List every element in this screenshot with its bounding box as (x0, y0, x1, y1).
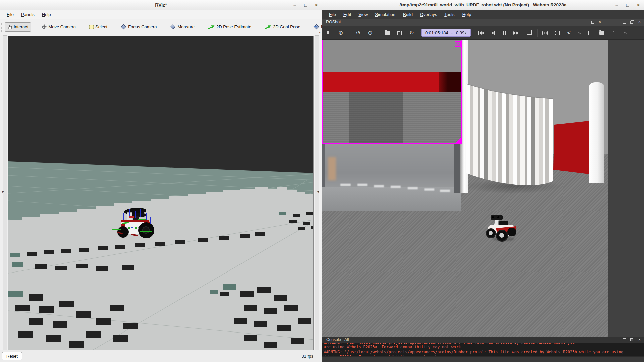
minimize-icon[interactable]: – (614, 0, 620, 10)
open-file-icon[interactable] (599, 31, 604, 35)
overflow-menu-icon[interactable]: ... (615, 20, 618, 24)
tool-2d-goal-pose[interactable]: 2D Goal Pose (262, 22, 303, 32)
close-icon[interactable]: × (599, 20, 601, 24)
new-file-icon[interactable] (588, 31, 592, 35)
rviz-robot-model (119, 207, 155, 238)
white-pillar (589, 82, 604, 183)
rviz-statusbar: Reset 31 fps (0, 350, 322, 362)
robot-window-tabbar: ROSbot × ... × (322, 19, 644, 26)
sim-speed: 0.99x (456, 30, 467, 35)
building-interior (322, 144, 461, 211)
rewind-button[interactable] (478, 31, 484, 35)
rviz-titlebar[interactable]: RViz* – □ × (0, 0, 322, 10)
webots-3d-viewport[interactable]: × (322, 40, 608, 337)
menu-view[interactable]: View (355, 11, 371, 18)
tool-select[interactable]: Select (87, 22, 110, 32)
tool-2d-pose-estimate[interactable]: 2D Pose Estimate (205, 22, 254, 32)
tool-focus-camera[interactable]: Focus Camera (118, 22, 159, 32)
rviz-menubar: File Panels Help (0, 10, 322, 19)
toolbar-drag-handle[interactable] (1, 22, 2, 32)
obstacle-cells (10, 253, 20, 257)
hand-icon (7, 24, 12, 29)
striped-cylinder (466, 82, 553, 194)
rviz-window-title: RViz* (155, 2, 167, 8)
rviz-3d-viewport[interactable] (8, 36, 314, 350)
tool-interact[interactable]: Interact (5, 22, 31, 32)
step-button[interactable] (492, 31, 495, 35)
obstacle-cells (8, 291, 23, 297)
webots-window-title: /tmp/tmp2r91mr0i_world_with_URDF_robot.w… (399, 2, 566, 7)
tab-rosbot[interactable]: ROSbot (326, 20, 341, 24)
center-target-icon[interactable]: ⊙ (368, 29, 373, 36)
menu-tools[interactable]: Tools (441, 11, 458, 18)
expand-right-panel-icon[interactable]: ◂ (317, 189, 319, 194)
toggle-rendering-icon[interactable] (526, 31, 530, 35)
tool-measure[interactable]: Measure (167, 22, 197, 32)
chevron-right-icon[interactable]: » (578, 29, 581, 36)
close-icon[interactable]: × (638, 20, 641, 24)
record-movie-icon[interactable] (555, 31, 560, 35)
menu-help[interactable]: Help (459, 11, 474, 18)
float-window-icon[interactable] (591, 21, 594, 24)
webots-window: /tmp/tmp2r91mr0i_world_with_URDF_robot.w… (322, 0, 644, 362)
console-log[interactable]: WARNING: '/usr/local/webots/projects/app… (322, 343, 644, 356)
float-window-icon[interactable] (623, 338, 626, 341)
open-world-icon[interactable] (385, 31, 390, 35)
float-window-icon[interactable] (623, 21, 626, 24)
remove-tool-button[interactable]: − (313, 23, 317, 31)
console-header[interactable]: Console - All × (322, 337, 644, 343)
toolbar-overflow-icon[interactable]: ▾ (319, 30, 321, 34)
menu-edit[interactable]: Edit (340, 11, 354, 18)
add-node-icon[interactable]: ⊕ (338, 29, 343, 36)
reset-button[interactable]: Reset (2, 352, 22, 360)
obstacle-cells (210, 290, 218, 294)
tf-axis-y (112, 229, 121, 230)
restore-viewpoint-icon[interactable]: ↺ (356, 29, 360, 36)
save-file-icon[interactable] (612, 31, 616, 35)
camera-lenses (492, 216, 494, 218)
obstacle-cells (223, 284, 236, 290)
close-icon[interactable]: × (638, 337, 641, 342)
camera-view-ground (323, 92, 461, 143)
menu-build[interactable]: Build (400, 11, 416, 18)
resize-overlay-handle[interactable] (455, 138, 461, 143)
simulation-time-display: 0:01:05:184 - 0.99x (421, 29, 471, 37)
menu-simulation[interactable]: Simulation (372, 11, 398, 18)
screenshot-icon[interactable] (542, 31, 548, 35)
menu-panels[interactable]: Panels (18, 11, 38, 18)
camera-image-overlay[interactable]: × (322, 40, 462, 144)
webots-robot-model[interactable] (486, 214, 517, 242)
minimize-icon[interactable]: – (292, 0, 298, 10)
restore-window-icon[interactable] (630, 338, 634, 341)
close-overlay-icon[interactable]: × (455, 41, 461, 47)
door-frame (454, 144, 460, 193)
console-title: Console - All (326, 337, 349, 342)
console-panel: Console - All × WARNING: '/usr/local/web… (322, 337, 644, 356)
interior-window-glow (328, 157, 336, 180)
expand-left-panel-icon[interactable]: ▸ (2, 189, 4, 194)
menu-overlays[interactable]: Overlays (417, 11, 440, 18)
menu-file[interactable]: File (326, 11, 339, 18)
log-line: are using Webots R2023a. Forward compati… (324, 345, 463, 349)
tool-move-camera[interactable]: Move Camera (39, 22, 78, 32)
pause-button[interactable] (503, 31, 506, 35)
toggle-scene-tree-icon[interactable] (327, 31, 331, 35)
reload-world-icon[interactable]: ↻ (409, 29, 414, 36)
share-icon[interactable]: < (567, 29, 571, 36)
save-world-icon[interactable] (397, 31, 402, 35)
window-bottom-band (322, 356, 644, 362)
fast-forward-button[interactable] (513, 31, 519, 35)
menu-file[interactable]: File (3, 11, 17, 18)
maximize-icon[interactable]: □ (625, 0, 631, 10)
chevron-right-icon[interactable]: » (624, 29, 627, 36)
menu-help[interactable]: Help (39, 11, 54, 18)
webots-titlebar[interactable]: /tmp/tmp2r91mr0i_world_with_URDF_robot.w… (322, 0, 644, 10)
tf-axis-z (123, 213, 124, 220)
measure-diamond-icon (170, 24, 176, 30)
restore-window-icon[interactable] (630, 20, 634, 24)
maximize-icon[interactable]: □ (303, 0, 309, 10)
close-icon[interactable]: × (635, 0, 641, 10)
fps-counter: 31 fps (302, 354, 313, 359)
focus-diamond-icon (121, 24, 126, 30)
close-icon[interactable]: × (313, 0, 319, 10)
